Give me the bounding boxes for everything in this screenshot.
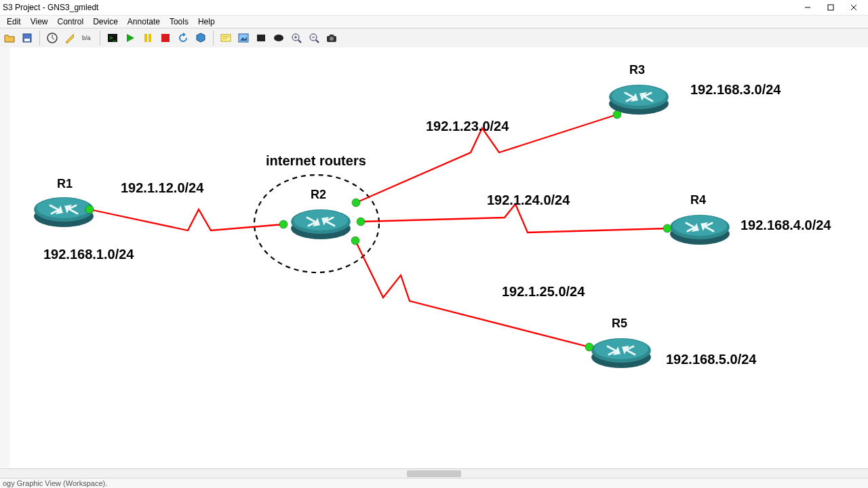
- router-r4[interactable]: [670, 215, 730, 245]
- router-r1-lan[interactable]: 192.168.1.0/24: [43, 247, 134, 262]
- svg-rect-15: [149, 34, 151, 42]
- svg-line-8: [52, 38, 54, 39]
- svg-rect-14: [144, 34, 147, 42]
- scrollbar-thumb[interactable]: [407, 470, 461, 477]
- port-dot: [585, 343, 593, 351]
- port-dot: [663, 224, 671, 232]
- title-bar: S3 Project - GNS3_gmledt: [0, 0, 868, 16]
- zoomout-icon[interactable]: [306, 30, 322, 46]
- port-dot: [351, 237, 359, 245]
- net-r2-r3[interactable]: 192.1.23.0/24: [426, 119, 509, 134]
- router-r3-lan[interactable]: 192.168.3.0/24: [690, 82, 781, 97]
- image-icon[interactable]: [235, 30, 252, 46]
- save-icon[interactable]: [19, 30, 35, 46]
- port-dot: [613, 110, 621, 119]
- toolbar-separator: [100, 30, 100, 45]
- left-dock[interactable]: [0, 47, 10, 468]
- snapshot-icon[interactable]: [44, 30, 60, 46]
- svg-rect-1: [828, 5, 833, 10]
- router-r2-label: R2: [311, 188, 326, 201]
- menu-help[interactable]: Help: [195, 16, 218, 28]
- port-dot: [352, 199, 360, 207]
- pause-icon[interactable]: [140, 30, 156, 46]
- screenshot-icon[interactable]: [323, 30, 340, 46]
- note-icon[interactable]: [218, 30, 234, 46]
- menu-control[interactable]: Control: [54, 16, 86, 28]
- port-dot: [357, 218, 365, 226]
- window-close-button[interactable]: [842, 0, 865, 15]
- router-r5-label: R5: [612, 317, 627, 330]
- menu-view[interactable]: View: [28, 16, 51, 28]
- router-r3[interactable]: [609, 85, 669, 115]
- router-r4-label: R4: [690, 193, 706, 207]
- net-r1-r2[interactable]: 192.1.12.0/24: [121, 180, 204, 195]
- menu-device[interactable]: Device: [90, 16, 121, 28]
- svg-rect-17: [221, 35, 231, 41]
- reload-icon[interactable]: [175, 30, 191, 46]
- menu-annotate[interactable]: Annotate: [125, 16, 163, 28]
- group-label[interactable]: internet routers: [266, 153, 366, 168]
- svg-rect-22: [257, 35, 265, 41]
- ellipse-icon[interactable]: [271, 30, 287, 46]
- link-r2-r4[interactable]: [361, 204, 667, 232]
- router-r5-lan[interactable]: 192.168.5.0/24: [666, 352, 757, 367]
- svg-rect-16: [161, 34, 170, 42]
- svg-text:b/a: b/a: [82, 35, 91, 41]
- net-r2-r4[interactable]: 192.1.24.0/24: [487, 192, 570, 207]
- window-title: S3 Project - GNS3_gmledt: [3, 3, 98, 12]
- vbox-icon[interactable]: [193, 30, 209, 46]
- toolbar-separator: [213, 30, 214, 45]
- svg-rect-32: [330, 35, 334, 37]
- svg-line-29: [316, 40, 319, 43]
- status-text: ogy Graphic View (Workspace).: [3, 479, 107, 487]
- svg-line-3: [851, 5, 856, 10]
- stop-icon[interactable]: [157, 30, 174, 46]
- toolbar: b/a>_: [0, 28, 868, 48]
- horizontal-scrollbar[interactable]: [0, 468, 868, 479]
- topology-canvas[interactable]: internet routers 192.1.12.0/24 192.1.23.…: [9, 47, 868, 469]
- rect-icon[interactable]: [253, 30, 269, 46]
- console-icon[interactable]: >_: [104, 30, 121, 46]
- svg-line-2: [851, 5, 856, 10]
- router-r5[interactable]: [591, 338, 651, 368]
- status-bar: ogy Graphic View (Workspace).: [0, 478, 868, 488]
- open-icon[interactable]: [1, 30, 18, 46]
- router-r1-label: R1: [57, 177, 73, 190]
- menu-bar: Edit View Control Device Annotate Tools …: [0, 16, 868, 28]
- svg-point-23: [274, 35, 283, 41]
- router-r2[interactable]: [291, 209, 351, 239]
- window-minimize-button[interactable]: [796, 0, 819, 15]
- svg-point-33: [330, 37, 334, 41]
- router-r3-label: R3: [629, 63, 645, 77]
- net-r2-r5[interactable]: 192.1.25.0/24: [502, 284, 585, 299]
- netconfig-icon[interactable]: b/a: [79, 30, 96, 46]
- toolbar-separator: [39, 30, 40, 45]
- play-icon[interactable]: [122, 30, 138, 46]
- wizard-icon[interactable]: [62, 30, 78, 46]
- svg-point-9: [73, 34, 74, 35]
- window-maximize-button[interactable]: [819, 0, 842, 15]
- svg-marker-13: [127, 34, 134, 42]
- port-dot: [279, 220, 288, 228]
- zoomin-icon[interactable]: [288, 30, 304, 46]
- router-r1[interactable]: [34, 197, 94, 227]
- menu-edit[interactable]: Edit: [4, 16, 24, 28]
- svg-line-25: [298, 40, 301, 43]
- menu-tools[interactable]: Tools: [167, 16, 191, 28]
- router-r4-lan[interactable]: 192.168.4.0/24: [741, 218, 831, 232]
- port-dot: [85, 205, 94, 214]
- svg-rect-5: [24, 39, 30, 41]
- svg-text:>_: >_: [109, 35, 117, 41]
